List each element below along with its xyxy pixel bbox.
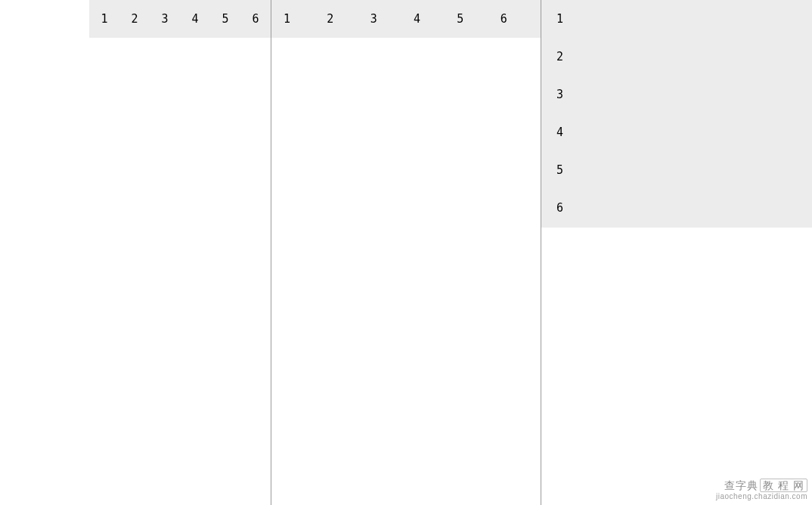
panel-compact: 1 2 3 4 5 6 — [89, 0, 271, 38]
list-item: 4 — [180, 0, 210, 38]
list-item: 4 — [541, 113, 812, 151]
panel-wide: 1 2 3 4 5 6 — [271, 0, 541, 505]
page-stage: 1 2 3 4 5 6 1 2 3 4 5 6 1 2 3 4 5 — [0, 0, 812, 505]
list-item: 6 — [240, 0, 271, 38]
list-item: 1 — [276, 0, 319, 38]
list-item: 1 — [541, 0, 812, 38]
panel-wide-header: 1 2 3 4 5 6 — [271, 0, 541, 38]
watermark-brand-b: 教 程 网 — [760, 479, 807, 492]
watermark-line1: 查字典教 程 网 — [716, 480, 807, 491]
list-item: 4 — [406, 0, 449, 38]
list-item: 5 — [449, 0, 492, 38]
list-item: 2 — [541, 38, 812, 76]
watermark: 查字典教 程 网 jiaocheng.chazidian.com — [716, 480, 807, 500]
panel-vertical: 1 2 3 4 5 6 — [541, 0, 812, 228]
list-item: 3 — [150, 0, 180, 38]
panel-compact-list: 1 2 3 4 5 6 — [89, 0, 271, 38]
list-item: 3 — [363, 0, 406, 38]
list-item: 3 — [541, 76, 812, 113]
list-item: 2 — [319, 0, 362, 38]
watermark-brand-a: 查字典 — [724, 479, 758, 491]
list-item: 5 — [210, 0, 240, 38]
panel-wide-list: 1 2 3 4 5 6 — [271, 0, 541, 37]
list-item: 6 — [541, 189, 812, 227]
watermark-url: jiaocheng.chazidian.com — [716, 493, 807, 501]
panel-vertical-list: 1 2 3 4 5 6 — [541, 0, 812, 227]
list-item: 6 — [493, 0, 536, 38]
list-item: 5 — [541, 151, 812, 189]
list-item: 2 — [119, 0, 150, 38]
list-item: 1 — [89, 0, 119, 38]
